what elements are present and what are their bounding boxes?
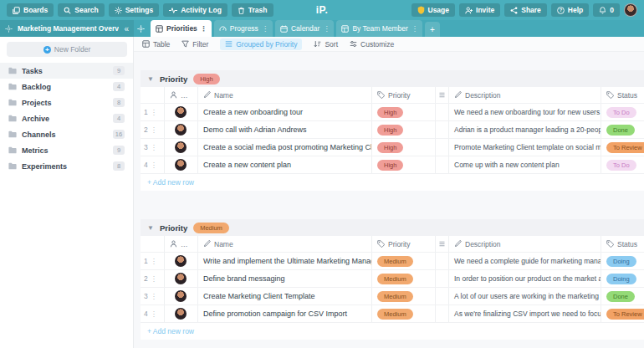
expand-cell[interactable]: [435, 288, 448, 304]
column-header-assignee[interactable]: …: [164, 87, 197, 103]
table-row[interactable]: 4⋮ Define promotion campaign for CSV Imp…: [141, 305, 644, 323]
assignee-cell[interactable]: [164, 121, 197, 138]
toolbar-customize[interactable]: Customize: [350, 40, 394, 49]
name-cell[interactable]: Define promotion campaign for CSV Import: [197, 305, 371, 322]
help-button[interactable]: ? Help: [551, 3, 589, 17]
row-drag-handle-icon[interactable]: ⋮: [151, 258, 156, 265]
priority-cell[interactable]: High: [371, 104, 435, 120]
priority-cell[interactable]: Medium: [371, 305, 435, 322]
priority-cell[interactable]: High: [371, 121, 435, 138]
table-row[interactable]: 2⋮ Demo call with Adrian Andrews High Ad…: [141, 121, 644, 139]
tab-progress[interactable]: Progress ⋮: [214, 20, 273, 37]
description-cell[interactable]: Come up with a new content plan: [448, 156, 601, 173]
status-cell[interactable]: Done: [601, 288, 644, 304]
column-header-description[interactable]: Description: [448, 87, 601, 103]
invite-button[interactable]: Invite: [459, 3, 500, 17]
table-row[interactable]: 1⋮ Write and implement the Ultimate Mark…: [141, 253, 644, 270]
assignee-avatar[interactable]: [175, 290, 187, 302]
row-drag-handle-icon[interactable]: ⋮: [151, 275, 156, 283]
assignee-avatar[interactable]: [175, 124, 187, 136]
assignee-avatar[interactable]: [175, 106, 187, 118]
priority-cell[interactable]: Medium: [371, 288, 435, 304]
trash-button[interactable]: Trash: [232, 3, 273, 17]
tab-by-team-member[interactable]: By Team Member ⋮: [336, 20, 422, 37]
column-header-expand[interactable]: [435, 236, 448, 252]
activity-log-button[interactable]: Activity Log: [163, 3, 227, 17]
share-button[interactable]: Share: [504, 3, 547, 17]
status-cell[interactable]: To Do: [601, 156, 644, 173]
assignee-avatar[interactable]: [175, 273, 187, 284]
table-row[interactable]: 3⋮ Create Marketing Client Template Medi…: [141, 288, 644, 305]
toolbar-table[interactable]: Table: [142, 40, 170, 49]
sidebar-folder-channels[interactable]: Channels16: [0, 126, 133, 142]
add-new-row-button[interactable]: + Add new row: [141, 174, 644, 191]
search-button[interactable]: Search: [58, 3, 104, 17]
description-cell[interactable]: Adrian is a product manager leading a 20…: [448, 121, 601, 138]
name-cell[interactable]: Demo call with Adrian Andrews: [197, 121, 371, 138]
description-cell[interactable]: We need a complete guide for marketing m…: [448, 253, 601, 269]
tab-menu-icon[interactable]: ⋮: [201, 25, 207, 33]
row-drag-handle-icon[interactable]: ⋮: [151, 144, 156, 151]
view-settings-gear-icon[interactable]: [134, 20, 148, 37]
assignee-cell[interactable]: [164, 288, 197, 304]
column-header-name[interactable]: Name: [197, 87, 371, 103]
column-header-status[interactable]: Status: [601, 236, 644, 252]
collapse-sidebar-icon[interactable]: «: [124, 24, 129, 33]
settings-button[interactable]: Settings: [109, 3, 160, 17]
status-cell[interactable]: Doing: [601, 253, 644, 269]
sidebar-folder-tasks[interactable]: Tasks9: [0, 63, 133, 79]
tab-calendar[interactable]: Calendar ⋮: [275, 20, 335, 37]
column-header-assignee[interactable]: …: [164, 236, 197, 252]
status-cell[interactable]: To Review: [601, 305, 644, 322]
column-header-priority[interactable]: Priority: [371, 87, 435, 103]
row-drag-handle-icon[interactable]: ⋮: [151, 126, 156, 134]
table-row[interactable]: 1⋮ Create a new onboarding tour High We …: [141, 104, 644, 121]
sidebar-folder-metrics[interactable]: Metrics9: [0, 142, 133, 158]
expand-cell[interactable]: [435, 270, 448, 287]
column-header-status[interactable]: Status: [601, 87, 644, 103]
tab-menu-icon[interactable]: ⋮: [323, 25, 329, 33]
assignee-cell[interactable]: [164, 253, 197, 269]
name-cell[interactable]: Define brand messaging: [197, 270, 371, 287]
description-cell[interactable]: A lot of our users are working in the ma…: [448, 288, 601, 304]
expand-cell[interactable]: [435, 305, 448, 322]
table-row[interactable]: 3⋮ Create a social media post promoting …: [141, 139, 644, 156]
expand-cell[interactable]: [435, 253, 448, 269]
assignee-cell[interactable]: [164, 104, 197, 120]
status-cell[interactable]: To Do: [601, 104, 644, 120]
priority-cell[interactable]: Medium: [371, 270, 435, 287]
assignee-cell[interactable]: [164, 270, 197, 287]
expand-cell[interactable]: [435, 139, 448, 156]
column-header-name[interactable]: Name: [197, 236, 371, 252]
assignee-avatar[interactable]: [175, 255, 187, 267]
usage-button[interactable]: Usage: [411, 3, 456, 17]
toolbar-grouped-by[interactable]: Grouped by Priority: [220, 38, 302, 50]
row-drag-handle-icon[interactable]: ⋮: [151, 310, 156, 318]
board-gear-icon[interactable]: [5, 25, 13, 33]
row-drag-handle-icon[interactable]: ⋮: [151, 293, 156, 300]
tab-menu-icon[interactable]: ⋮: [262, 25, 268, 33]
table-row[interactable]: 4⋮ Create a new content plan High Come u…: [141, 156, 644, 174]
toolbar-sort[interactable]: Sort: [314, 40, 338, 49]
name-cell[interactable]: Create a social media post promoting Mar…: [197, 139, 371, 156]
row-drag-handle-icon[interactable]: ⋮: [151, 161, 156, 169]
sidebar-folder-projects[interactable]: Projects8: [0, 95, 133, 110]
assignee-cell[interactable]: [164, 156, 197, 173]
tab-priorities[interactable]: Priorities ⋮: [151, 20, 212, 37]
name-cell[interactable]: Create a new content plan: [197, 156, 371, 173]
column-header-priority[interactable]: Priority: [371, 236, 435, 252]
description-cell[interactable]: As we're finalizing CSV import we need t…: [448, 305, 601, 322]
description-cell[interactable]: In order to position our product on the …: [448, 270, 601, 287]
assignee-cell[interactable]: [164, 139, 197, 156]
chevron-down-icon[interactable]: ▼: [147, 224, 154, 232]
status-cell[interactable]: To Review: [601, 139, 644, 156]
status-cell[interactable]: Done: [601, 121, 644, 138]
tab-menu-icon[interactable]: ⋮: [411, 25, 417, 33]
assignee-cell[interactable]: [164, 305, 197, 322]
name-cell[interactable]: Write and implement the Ultimate Marketi…: [197, 253, 371, 269]
assignee-avatar[interactable]: [175, 159, 187, 171]
priority-cell[interactable]: Medium: [371, 253, 435, 269]
column-header-expand[interactable]: [435, 87, 448, 103]
name-cell[interactable]: Create a new onboarding tour: [197, 104, 371, 120]
toolbar-filter[interactable]: Filter: [181, 40, 208, 49]
